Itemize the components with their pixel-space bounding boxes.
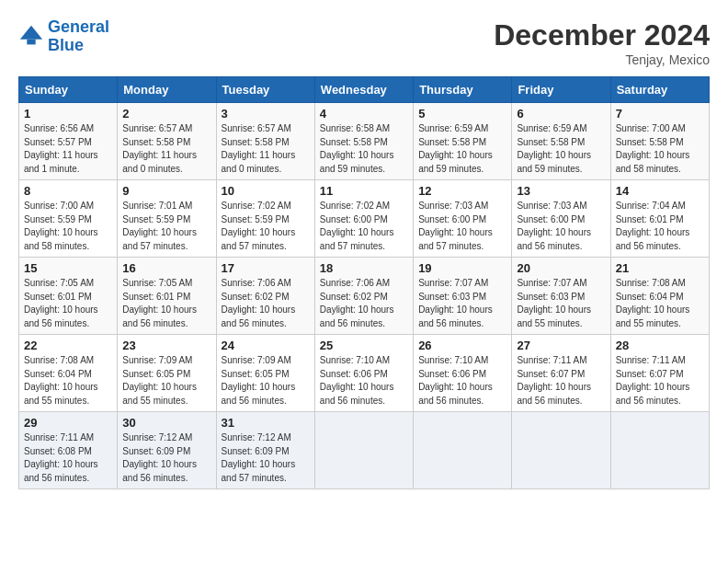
day-cell: 18Sunrise: 7:06 AM Sunset: 6:02 PM Dayli… xyxy=(314,258,413,335)
day-cell: 13Sunrise: 7:03 AM Sunset: 6:00 PM Dayli… xyxy=(512,180,610,258)
day-cell: 16Sunrise: 7:05 AM Sunset: 6:01 PM Dayli… xyxy=(118,258,216,335)
day-number: 25 xyxy=(320,339,408,352)
day-cell: 20Sunrise: 7:07 AM Sunset: 6:03 PM Dayli… xyxy=(512,258,610,335)
logo-text: General Blue xyxy=(48,18,109,55)
day-number: 17 xyxy=(222,261,310,275)
day-cell: 6Sunrise: 6:59 AM Sunset: 5:58 PM Daylig… xyxy=(512,103,610,180)
calendar-table: SundayMondayTuesdayWednesdayThursdayFrid… xyxy=(18,76,710,489)
day-number: 19 xyxy=(418,261,506,275)
day-number: 7 xyxy=(616,107,704,121)
day-info: Sunrise: 7:09 AM Sunset: 6:05 PM Dayligh… xyxy=(222,354,310,408)
col-header-friday: Friday xyxy=(512,77,610,103)
day-info: Sunrise: 7:07 AM Sunset: 6:03 PM Dayligh… xyxy=(418,277,506,330)
day-number: 4 xyxy=(320,107,408,121)
day-number: 26 xyxy=(418,339,506,352)
day-number: 16 xyxy=(122,261,210,275)
day-cell: 28Sunrise: 7:11 AM Sunset: 6:07 PM Dayli… xyxy=(610,335,709,412)
day-number: 28 xyxy=(616,339,704,352)
day-cell: 21Sunrise: 7:08 AM Sunset: 6:04 PM Dayli… xyxy=(610,258,709,335)
logo: General Blue xyxy=(18,18,109,55)
day-cell: 12Sunrise: 7:03 AM Sunset: 6:00 PM Dayli… xyxy=(414,180,512,258)
col-header-saturday: Saturday xyxy=(610,77,709,103)
day-number: 5 xyxy=(418,107,506,121)
day-info: Sunrise: 7:05 AM Sunset: 6:01 PM Dayligh… xyxy=(122,277,210,330)
day-cell: 10Sunrise: 7:02 AM Sunset: 5:59 PM Dayli… xyxy=(216,180,314,258)
day-info: Sunrise: 7:08 AM Sunset: 6:04 PM Dayligh… xyxy=(616,277,704,330)
day-info: Sunrise: 7:12 AM Sunset: 6:09 PM Dayligh… xyxy=(222,431,310,485)
day-number: 23 xyxy=(122,339,210,352)
day-cell: 9Sunrise: 7:01 AM Sunset: 5:59 PM Daylig… xyxy=(118,180,216,258)
day-cell: 3Sunrise: 6:57 AM Sunset: 5:58 PM Daylig… xyxy=(216,103,314,180)
day-info: Sunrise: 7:04 AM Sunset: 6:01 PM Dayligh… xyxy=(616,200,704,253)
col-header-sunday: Sunday xyxy=(19,77,118,103)
day-number: 12 xyxy=(418,184,506,198)
day-cell xyxy=(414,412,512,489)
day-info: Sunrise: 7:07 AM Sunset: 6:03 PM Dayligh… xyxy=(517,277,605,330)
day-info: Sunrise: 7:06 AM Sunset: 6:02 PM Dayligh… xyxy=(320,277,408,330)
day-info: Sunrise: 7:12 AM Sunset: 6:09 PM Dayligh… xyxy=(122,431,210,485)
day-cell: 25Sunrise: 7:10 AM Sunset: 6:06 PM Dayli… xyxy=(314,335,413,412)
day-number: 8 xyxy=(24,184,112,198)
day-number: 27 xyxy=(517,339,605,352)
week-row-4: 22Sunrise: 7:08 AM Sunset: 6:04 PM Dayli… xyxy=(19,335,710,412)
logo-icon xyxy=(18,24,44,50)
day-cell: 23Sunrise: 7:09 AM Sunset: 6:05 PM Dayli… xyxy=(118,335,216,412)
day-info: Sunrise: 7:01 AM Sunset: 5:59 PM Dayligh… xyxy=(122,200,210,253)
day-info: Sunrise: 7:03 AM Sunset: 6:00 PM Dayligh… xyxy=(418,200,506,253)
day-number: 13 xyxy=(517,184,605,198)
day-cell: 19Sunrise: 7:07 AM Sunset: 6:03 PM Dayli… xyxy=(414,258,512,335)
location: Tenjay, Mexico xyxy=(494,52,710,67)
logo-line2: Blue xyxy=(48,36,84,54)
day-cell: 29Sunrise: 7:11 AM Sunset: 6:08 PM Dayli… xyxy=(19,412,118,489)
day-number: 14 xyxy=(616,184,704,198)
day-info: Sunrise: 6:58 AM Sunset: 5:58 PM Dayligh… xyxy=(320,122,408,176)
day-number: 18 xyxy=(320,261,408,275)
week-row-2: 8Sunrise: 7:00 AM Sunset: 5:59 PM Daylig… xyxy=(19,180,710,258)
day-info: Sunrise: 7:00 AM Sunset: 5:58 PM Dayligh… xyxy=(616,122,704,176)
day-cell xyxy=(512,412,610,489)
day-info: Sunrise: 6:59 AM Sunset: 5:58 PM Dayligh… xyxy=(418,122,506,176)
day-cell: 24Sunrise: 7:09 AM Sunset: 6:05 PM Dayli… xyxy=(216,335,314,412)
day-number: 20 xyxy=(517,261,605,275)
day-info: Sunrise: 6:59 AM Sunset: 5:58 PM Dayligh… xyxy=(517,122,605,176)
day-info: Sunrise: 7:11 AM Sunset: 6:07 PM Dayligh… xyxy=(517,354,605,408)
day-info: Sunrise: 7:08 AM Sunset: 6:04 PM Dayligh… xyxy=(24,354,112,408)
day-number: 3 xyxy=(222,107,310,121)
day-info: Sunrise: 7:09 AM Sunset: 6:05 PM Dayligh… xyxy=(122,354,210,408)
day-info: Sunrise: 6:57 AM Sunset: 5:58 PM Dayligh… xyxy=(222,122,310,176)
day-info: Sunrise: 7:06 AM Sunset: 6:02 PM Dayligh… xyxy=(222,277,310,330)
day-cell: 26Sunrise: 7:10 AM Sunset: 6:06 PM Dayli… xyxy=(414,335,512,412)
logo-line1: General xyxy=(48,17,109,36)
day-number: 30 xyxy=(122,416,210,430)
day-number: 29 xyxy=(24,416,112,430)
header-row: SundayMondayTuesdayWednesdayThursdayFrid… xyxy=(19,77,710,103)
day-info: Sunrise: 7:00 AM Sunset: 5:59 PM Dayligh… xyxy=(24,200,112,253)
day-number: 9 xyxy=(122,184,210,198)
svg-marker-0 xyxy=(20,26,42,40)
day-cell: 17Sunrise: 7:06 AM Sunset: 6:02 PM Dayli… xyxy=(216,258,314,335)
day-info: Sunrise: 7:05 AM Sunset: 6:01 PM Dayligh… xyxy=(24,277,112,330)
week-row-1: 1Sunrise: 6:56 AM Sunset: 5:57 PM Daylig… xyxy=(19,103,710,180)
title-area: December 2024 Tenjay, Mexico xyxy=(494,18,710,67)
day-cell: 27Sunrise: 7:11 AM Sunset: 6:07 PM Dayli… xyxy=(512,335,610,412)
month-title: December 2024 xyxy=(494,18,710,52)
day-info: Sunrise: 6:56 AM Sunset: 5:57 PM Dayligh… xyxy=(24,122,112,176)
day-cell: 22Sunrise: 7:08 AM Sunset: 6:04 PM Dayli… xyxy=(19,335,118,412)
week-row-5: 29Sunrise: 7:11 AM Sunset: 6:08 PM Dayli… xyxy=(19,412,710,489)
day-number: 31 xyxy=(222,416,310,430)
col-header-thursday: Thursday xyxy=(414,77,512,103)
day-cell: 31Sunrise: 7:12 AM Sunset: 6:09 PM Dayli… xyxy=(216,412,314,489)
svg-rect-1 xyxy=(27,40,35,45)
day-number: 15 xyxy=(24,261,112,275)
day-info: Sunrise: 6:57 AM Sunset: 5:58 PM Dayligh… xyxy=(122,122,210,176)
day-cell: 1Sunrise: 6:56 AM Sunset: 5:57 PM Daylig… xyxy=(19,103,118,180)
week-row-3: 15Sunrise: 7:05 AM Sunset: 6:01 PM Dayli… xyxy=(19,258,710,335)
day-number: 10 xyxy=(222,184,310,198)
day-cell: 2Sunrise: 6:57 AM Sunset: 5:58 PM Daylig… xyxy=(118,103,216,180)
header: General Blue December 2024 Tenjay, Mexic… xyxy=(18,18,710,67)
day-cell: 4Sunrise: 6:58 AM Sunset: 5:58 PM Daylig… xyxy=(314,103,413,180)
day-cell: 15Sunrise: 7:05 AM Sunset: 6:01 PM Dayli… xyxy=(19,258,118,335)
day-info: Sunrise: 7:11 AM Sunset: 6:08 PM Dayligh… xyxy=(24,431,112,485)
day-number: 21 xyxy=(616,261,704,275)
day-info: Sunrise: 7:10 AM Sunset: 6:06 PM Dayligh… xyxy=(418,354,506,408)
